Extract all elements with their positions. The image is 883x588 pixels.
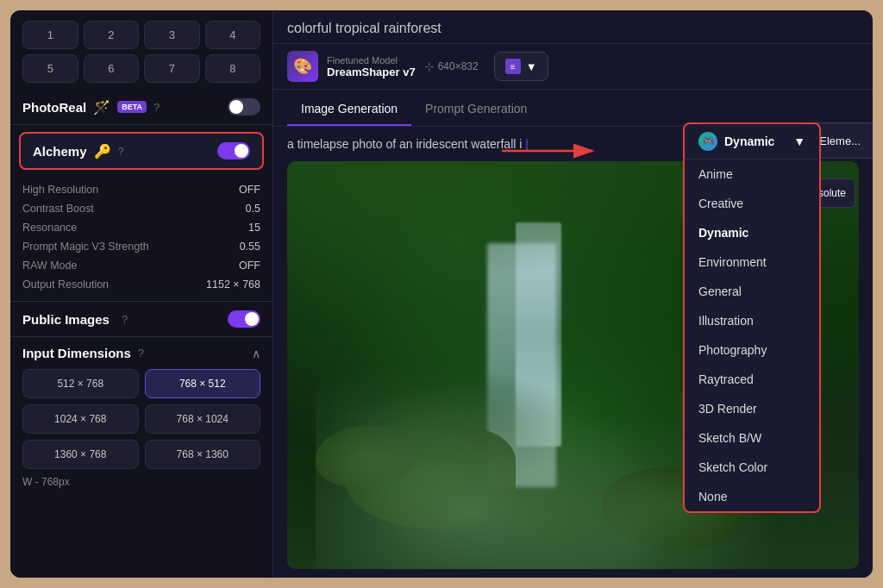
output-res-value: 1152 × 768 [206, 278, 260, 291]
dynamic-dropdown-container: 🎮 Dynamic ▼ Anime Creative Dynamic Envir… [683, 122, 821, 513]
search-text: colorful tropical rainforest [287, 21, 442, 35]
style-option-3d-render[interactable]: 3D Render [685, 394, 819, 423]
sidebar: 1 2 3 4 5 6 7 8 PhotoReal 🪄 BETA ? Alche… [10, 10, 273, 578]
high-res-value: OFF [239, 184, 260, 196]
setting-resonance: Resonance 15 [22, 218, 260, 237]
app-container: 1 2 3 4 5 6 7 8 PhotoReal 🪄 BETA ? Alche… [10, 10, 873, 578]
prompt-magic-label: Prompt Magic V3 Strength [22, 241, 149, 253]
setting-high-resolution: High Resolution OFF [22, 180, 260, 199]
photoreal-section: PhotoReal 🪄 BETA ? [10, 90, 272, 125]
dim-header: Input Dimensions ? ∧ [22, 346, 260, 360]
red-arrow-container [498, 138, 601, 164]
style-option-raytraced[interactable]: Raytraced [685, 365, 819, 394]
public-images-section: Public Images ? [10, 301, 272, 336]
resonance-label: Resonance [22, 222, 77, 234]
style-option-none[interactable]: None [685, 482, 819, 511]
style-option-sketch-color[interactable]: Sketch Color [685, 453, 819, 482]
setting-contrast-boost: Contrast Boost 0.5 [22, 199, 260, 218]
public-images-toggle[interactable] [228, 310, 260, 328]
dim-1360x768[interactable]: 1360 × 768 [22, 440, 139, 469]
resize-icon: ⊹ [424, 59, 435, 73]
setting-prompt-magic: Prompt Magic V3 Strength 0.55 [22, 237, 260, 256]
high-res-label: High Resolution [22, 184, 98, 196]
num-btn-8[interactable]: 8 [205, 54, 261, 83]
settings-rows: High Resolution OFF Contrast Boost 0.5 R… [10, 177, 272, 301]
alchemy-toggle[interactable] [217, 142, 250, 160]
num-btn-2[interactable]: 2 [84, 21, 140, 49]
output-res-label: Output Resolution [22, 278, 109, 291]
waterfall-stream [516, 222, 561, 447]
chevron-up-icon[interactable]: ∧ [252, 347, 260, 360]
alchemy-toggle-knob [235, 144, 248, 158]
rock-1 [344, 426, 516, 528]
model-info: Finetuned Model DreamShaper v7 [327, 55, 416, 78]
raw-mode-value: OFF [239, 260, 260, 272]
style-option-creative[interactable]: Creative [685, 189, 819, 218]
rock-3 [316, 426, 418, 487]
dim-1024x768[interactable]: 1024 × 768 [22, 404, 139, 434]
num-btn-1[interactable]: 1 [22, 21, 78, 49]
alchemy-section: Alchemy 🔑 ? [19, 132, 264, 170]
red-arrow-svg [498, 138, 601, 164]
photoreal-icon: 🪄 [93, 99, 110, 116]
prompt-text: a timelapse photo of an iridescent water… [287, 137, 522, 151]
photoreal-help-icon[interactable]: ? [153, 101, 160, 114]
model-size: ⊹ 640×832 [424, 59, 479, 73]
photoreal-label: PhotoReal [22, 100, 86, 115]
public-images-label: Public Images [22, 312, 110, 327]
tab-prompt-generation[interactable]: Prompt Generation [411, 97, 541, 126]
input-dimensions-section: Input Dimensions ? ∧ 512 × 768 768 × 512… [10, 336, 272, 497]
model-name: DreamShaper v7 [327, 66, 416, 78]
num-btn-3[interactable]: 3 [144, 21, 200, 49]
input-dim-label: Input Dimensions [22, 346, 131, 360]
dynamic-icon: 🎮 [698, 132, 717, 151]
dim-768x512[interactable]: 768 × 512 [145, 369, 261, 398]
num-btn-4[interactable]: 4 [205, 21, 261, 49]
num-btn-7[interactable]: 7 [144, 54, 200, 83]
beta-badge: BETA [117, 101, 147, 113]
prompt-magic-value: 0.55 [240, 241, 260, 253]
resonance-value: 15 [248, 222, 260, 234]
dim-w-label: W - 768px [22, 476, 260, 488]
setting-output-resolution: Output Resolution 1152 × 768 [22, 275, 260, 294]
num-grid: 1 2 3 4 5 6 7 8 [10, 10, 272, 90]
alchemy-icon: 🔑 [94, 143, 111, 160]
num-btn-6[interactable]: 6 [84, 54, 140, 83]
style-option-illustration[interactable]: Illustration [685, 306, 819, 335]
contrast-label: Contrast Boost [22, 203, 94, 215]
model-bar: 🎨 Finetuned Model DreamShaper v7 ⊹ 640×8… [273, 44, 873, 90]
contrast-value: 0.5 [246, 203, 260, 215]
style-option-dynamic[interactable]: Dynamic [685, 218, 819, 247]
tab-image-generation[interactable]: Image Generation [287, 97, 411, 126]
alchemy-label: Alchemy [33, 144, 87, 159]
style-option-sketch-bw[interactable]: Sketch B/W [685, 423, 819, 453]
input-dim-help-icon[interactable]: ? [138, 347, 144, 360]
dim-768x1360[interactable]: 768 × 1360 [145, 440, 261, 469]
alchemy-help-icon[interactable]: ? [118, 145, 124, 158]
tabs-bar: Image Generation Prompt Generation [273, 90, 873, 127]
public-images-help-icon[interactable]: ? [122, 313, 128, 326]
dynamic-dropdown-btn[interactable]: 🎮 Dynamic ▼ [683, 122, 821, 159]
setting-raw-mode: RAW Mode OFF [22, 256, 260, 275]
style-option-general[interactable]: General [685, 277, 819, 306]
main-content: colorful tropical rainforest 🎨 Finetuned… [273, 10, 873, 578]
top-bar: colorful tropical rainforest [273, 10, 873, 44]
dim-512x768[interactable]: 512 × 768 [22, 369, 139, 398]
style-dropdown-menu: Anime Creative Dynamic Environment Gener… [683, 159, 821, 513]
dynamic-label: Dynamic [724, 134, 774, 148]
model-type: Finetuned Model [327, 55, 416, 66]
dim-768x1024[interactable]: 768 × 1024 [145, 404, 261, 434]
style-option-environment[interactable]: Environment [685, 247, 819, 277]
photoreal-toggle[interactable] [228, 98, 260, 116]
photoreal-toggle-knob [229, 100, 243, 114]
model-size-text: 640×832 [438, 60, 479, 72]
raw-mode-label: RAW Mode [22, 260, 77, 272]
public-images-toggle-knob [245, 312, 259, 326]
model-dropdown-label: ▼ [526, 60, 537, 73]
num-btn-5[interactable]: 5 [22, 54, 78, 83]
model-dropdown-btn[interactable]: ≡ ▼ [494, 52, 548, 81]
purple-square-icon: ≡ [505, 59, 521, 74]
style-option-photography[interactable]: Photography [685, 335, 819, 365]
chevron-down-icon: ▼ [793, 134, 805, 148]
style-option-anime[interactable]: Anime [685, 160, 819, 189]
